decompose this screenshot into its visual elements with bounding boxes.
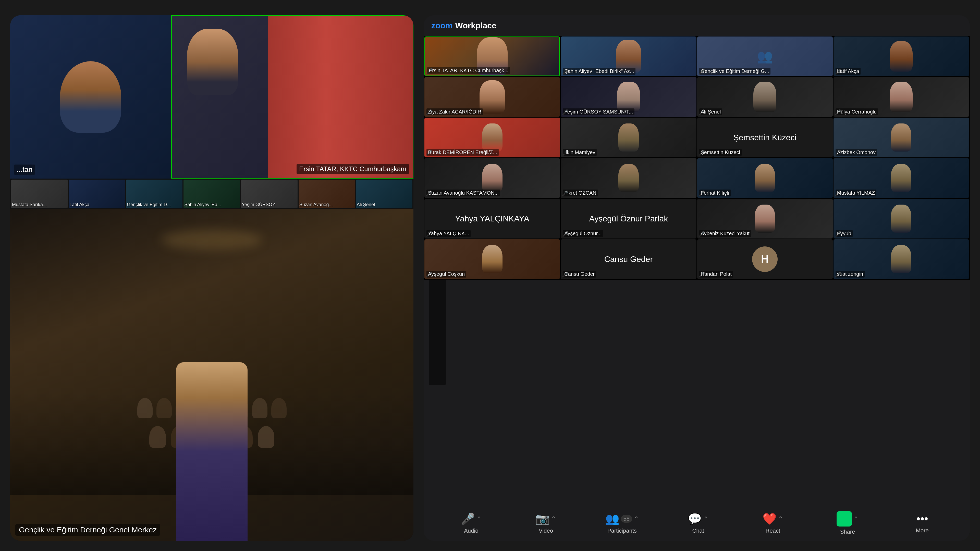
participant-name-yahya-large: Yahya YALÇINKAYA	[452, 211, 532, 226]
participant-name-azizbek: Azizbek Omonov	[835, 149, 877, 156]
video-label: Video	[539, 527, 553, 534]
chat-chevron[interactable]: ⌃	[703, 515, 708, 522]
thumbnail-1: Mustafa Sarıka...	[11, 179, 68, 208]
tile-semsettin: Şemsettin Küzeci 🎤 Şemsettin Küzeci	[697, 118, 833, 157]
participants-icon: 👥	[605, 512, 619, 526]
participant-name-yahya: Yahya YALÇINK...	[426, 230, 471, 237]
participants-button[interactable]: 👥 58 ⌃ Participants	[605, 512, 639, 534]
thumbnail-2: Latif Akça	[68, 179, 125, 208]
handan-avatar: H	[752, 246, 778, 272]
tile-ali-senel: 🎤 Ali Şenel	[697, 77, 833, 117]
woman-video: ...tan	[10, 15, 171, 179]
participant-name-cansu: Cansu Geder	[563, 271, 596, 278]
tile-azizbek: 🎤 Azizbek Omonov	[834, 118, 969, 157]
more-label: More	[916, 527, 929, 534]
participant-name-suat: suat zengin	[835, 271, 865, 278]
tile-suzan: 🎤 Suzan Avanoğlu KASTAMON...	[425, 158, 560, 198]
participant-name-ilkin: İlkin Mamiyev	[563, 149, 597, 156]
thumbnail-label-7: Ali Şenel	[357, 202, 412, 207]
left-panel: ...tan Ersin TATAR, KKTC Cumhurbaşkanı M…	[10, 15, 414, 541]
more-button[interactable]: ••• More	[907, 513, 938, 534]
video-chevron[interactable]: ⌃	[551, 515, 556, 522]
share-button[interactable]: ⬆ ⌃ Share	[832, 511, 863, 535]
participants-chevron[interactable]: ⌃	[634, 515, 639, 522]
tile-yesim: 🎤 Yeşim GÜRSOY SAMSUN/T...	[561, 77, 696, 117]
tile-ziya-zakir: 🎤 Ziya Zakir ACAR/IĞDIR	[425, 77, 560, 117]
participant-name-genclik: Gençlik ve Eğitim Derneği G...	[699, 68, 771, 75]
tile-ferhat: 🎤 Ferhat Kılıçlı	[697, 158, 833, 198]
participant-name-ziya: Ziya Zakir ACAR/IĞDIR	[426, 108, 483, 115]
react-label: React	[765, 527, 780, 534]
president-name-label: Ersin TATAR, KKTC Cumhurbaşkanı	[297, 164, 409, 174]
top-video-split: ...tan Ersin TATAR, KKTC Cumhurbaşkanı	[10, 15, 414, 179]
thumbnail-label-2: Latif Akça	[69, 202, 124, 207]
audio-chevron[interactable]: ⌃	[476, 515, 482, 522]
tile-latif-akca: 🎤 Latif Akça	[834, 37, 969, 76]
room-label: Gençlik ve Eğitim Derneği Genel Merkez	[15, 524, 160, 536]
audio-icon: 🎤	[461, 512, 475, 526]
thumbnail-3: Gençlik ve Eğitim D...	[126, 179, 183, 208]
zoom-workplace-label: Workplace	[455, 21, 496, 30]
thumbnail-4: Şahin Aliyev 'Eb...	[183, 179, 240, 208]
audio-button[interactable]: 🎤 ⌃ Audio	[456, 512, 487, 534]
participant-name-semsettin: Şemsettin Küzeci	[699, 149, 742, 156]
main-container: ...tan Ersin TATAR, KKTC Cumhurbaşkanı M…	[0, 0, 980, 551]
tile-ersin-tatar: 🎤 Ersin TATAR, KKTC Cumhurbaşk...	[425, 37, 560, 76]
thumbnail-label-4: Şahin Aliyev 'Eb...	[184, 202, 239, 207]
tile-handan: H 🎤 Handan Polat	[697, 239, 833, 279]
tile-sahin-aliyev: 🎤 Şahin Aliyev "Ebedi Birlik" Az...	[561, 37, 696, 76]
tile-mustafa-yilmaz: 🎤 Mustafa YILMAZ	[834, 158, 969, 198]
zoom-toolbar: 🎤 ⌃ Audio 📷 ⌃ Video 👥 58 ⌃ Participant	[424, 505, 970, 541]
thumbnail-label-5: Yeşim GÜRSOY	[242, 202, 297, 207]
zoom-header: zoom Workplace	[424, 15, 970, 36]
participant-name-eyyub: Eyyub	[835, 230, 853, 237]
tile-aysegul-coskun: 🎤 Ayşegül Coşkun	[425, 239, 560, 279]
participant-video-president: Ersin TATAR, KKTC Cumhurbaşkanı	[171, 15, 414, 179]
participant-name-mustafa-y: Mustafa YILMAZ	[835, 189, 877, 197]
participants-label: Participants	[608, 527, 637, 534]
participant-name-sahin: Şahin Aliyev "Ebedi Birlik" Az...	[563, 68, 635, 75]
participant-name-burak: Burak DEMİRÖREN Ereğli/Z...	[426, 149, 499, 156]
gallery-grid: 🎤 Ersin TATAR, KKTC Cumhurbaşk... 🎤 Şahi…	[424, 36, 970, 280]
participant-name-aysegul: Ayşegül Öznur...	[563, 230, 603, 237]
participant-name-suzan: Suzan Avanoğlu KASTAMON...	[426, 189, 500, 197]
react-button[interactable]: ❤️ ⌃ React	[757, 512, 788, 534]
participant-name-handan: Handan Polat	[699, 271, 733, 278]
thumbnail-5: Yeşim GÜRSOY	[241, 179, 298, 208]
share-chevron[interactable]: ⌃	[853, 515, 859, 522]
chat-icon: 💬	[688, 512, 702, 526]
chat-label: Chat	[692, 527, 704, 534]
thumbnail-strip: Mustafa Sarıka... Latif Akça Gençlik ve …	[10, 179, 414, 209]
video-icon: 📷	[535, 512, 549, 526]
thumbnail-7: Ali Şenel	[356, 179, 412, 208]
tile-fikret: 🎤 Fikret ÖZCAN	[561, 158, 696, 198]
react-icon: ❤️	[762, 512, 776, 526]
right-panel: zoom Workplace ‹ 1/3 🎤 Ersin TATAR, KKTC…	[424, 15, 970, 541]
chat-button[interactable]: 💬 ⌃ Chat	[683, 512, 714, 534]
participant-name-latif: Latif Akça	[835, 68, 861, 75]
participant-name-hulya: Hülya Cerrahoğlu	[835, 108, 878, 115]
tile-aysegul-oznur: Ayşegül Öznur Parlak 🎤 Ayşegül Öznur...	[561, 199, 696, 238]
participant-name-ali: Ali Şenel	[699, 108, 722, 115]
tile-yahya: Yahya YALÇINKAYA 🎤 Yahya YALÇINK...	[425, 199, 560, 238]
woman-name-label: ...tan	[14, 165, 35, 175]
thumbnail-6: Suzan Avanoğ...	[299, 179, 355, 208]
thumbnail-label-6: Suzan Avanoğ...	[299, 202, 354, 207]
president-video-feed	[172, 16, 413, 178]
share-icon: ⬆	[837, 511, 852, 527]
participant-name-fikret: Fikret ÖZCAN	[563, 189, 598, 197]
more-icon: •••	[916, 513, 928, 525]
react-chevron[interactable]: ⌃	[778, 515, 783, 522]
participant-name-cansu-large: Cansu Geder	[602, 252, 655, 267]
participant-name-aysegul-large: Ayşegül Öznur Parlak	[587, 211, 670, 226]
participant-name-ferhat: Ferhat Kılıçlı	[699, 189, 731, 197]
conference-room-video: Gençlik ve Eğitim Derneği Genel Merkez	[10, 209, 414, 541]
tile-aybeniz: 🎤 Aybeniz Küzeci Yakut	[697, 199, 833, 238]
zoom-logo: zoom	[431, 21, 453, 30]
gallery-area: ‹ 1/3 🎤 Ersin TATAR, KKTC Cumhurbaşk...	[424, 36, 970, 505]
participant-name-aysegul-c: Ayşegül Coşkun	[426, 271, 466, 278]
tile-cansu: Cansu Geder 🎤 Cansu Geder	[561, 239, 696, 279]
participant-name-yesim: Yeşim GÜRSOY SAMSUN/T...	[563, 108, 635, 115]
video-button[interactable]: 📷 ⌃ Video	[531, 512, 561, 534]
tile-hulya: 🎤 Hülya Cerrahoğlu	[834, 77, 969, 117]
